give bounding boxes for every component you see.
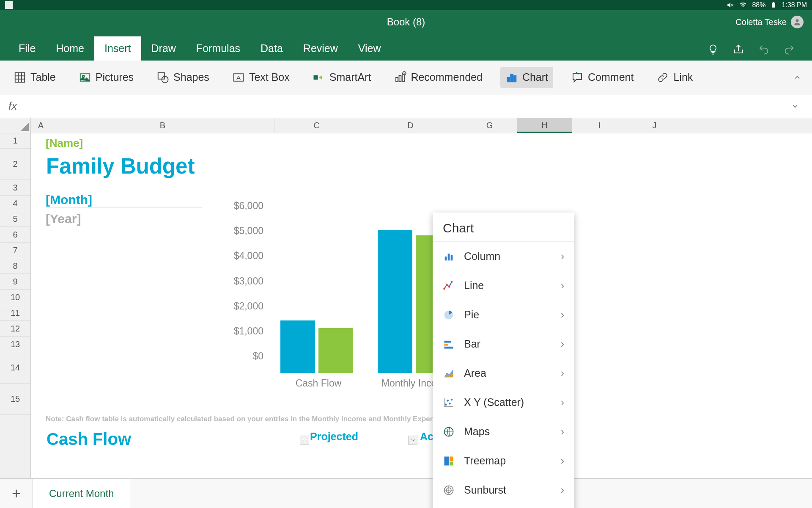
lightbulb-icon[interactable] <box>707 44 719 55</box>
chart-type-treemap[interactable]: Treemap› <box>433 446 574 475</box>
insert-link-button[interactable]: Link <box>651 67 698 88</box>
chart-type-maps[interactable]: Maps› <box>433 417 574 446</box>
tab-home[interactable]: Home <box>46 36 94 61</box>
row-header[interactable]: 1 <box>0 133 30 149</box>
sheet-tabs-bar: + Current Month <box>0 478 812 508</box>
row-header[interactable]: 12 <box>0 321 30 337</box>
column-header[interactable]: J <box>627 118 682 133</box>
row-header[interactable]: 15 <box>0 384 30 415</box>
row-header[interactable]: 6 <box>0 227 30 243</box>
column-header[interactable]: A <box>31 118 51 133</box>
tab-draw[interactable]: Draw <box>141 36 186 61</box>
sheet-tab-current-month[interactable]: Current Month <box>33 479 130 508</box>
row-headers[interactable]: 1 2 3 4 5 6 7 8 9 10 11 12 13 14 15 <box>0 133 31 478</box>
chart-type-column[interactable]: Column› <box>433 242 574 271</box>
column-header[interactable]: H <box>517 118 572 133</box>
insert-shapes-button[interactable]: Shapes <box>151 67 214 88</box>
chart-type-histogram[interactable]: Histogram› <box>433 505 574 508</box>
chart-type-dropdown: Chart Column›Line›Pie›Bar›Area›X Y (Scat… <box>433 213 574 508</box>
cell-area[interactable]: [Name] Family Budget [Month] [Year] Note… <box>31 133 812 478</box>
insert-recommended-button[interactable]: ? Recommended <box>389 67 488 88</box>
tab-file[interactable]: File <box>8 36 46 61</box>
filter-dropdown-icon[interactable] <box>300 436 309 445</box>
cell-year-placeholder[interactable]: [Year] <box>46 212 81 226</box>
user-account[interactable]: Coletta Teske <box>735 16 804 28</box>
chart-type-x-y-scatter-[interactable]: X Y (Scatter)› <box>433 388 574 417</box>
row-header[interactable]: 5 <box>0 211 30 227</box>
chart-y-axis-label: $5,000 <box>221 225 263 237</box>
ribbon-tabs: File Home Insert Draw Formulas Data Revi… <box>0 34 812 61</box>
redo-icon[interactable] <box>783 44 795 55</box>
undo-icon[interactable] <box>758 44 770 55</box>
tab-review[interactable]: Review <box>293 36 348 61</box>
formula-bar[interactable]: fx <box>0 94 812 118</box>
column-headers[interactable]: ABCDGHIJ <box>31 118 812 133</box>
svg-text:A: A <box>236 74 241 81</box>
chart-type-sunburst[interactable]: Sunburst› <box>433 475 574 505</box>
chart-type-bar[interactable]: Bar› <box>433 329 574 359</box>
chevron-right-icon: › <box>561 279 564 292</box>
column-header[interactable]: G <box>462 118 517 133</box>
chart-bar <box>318 328 353 373</box>
svg-rect-3 <box>15 72 25 82</box>
column-header[interactable]: C <box>274 118 359 133</box>
insert-table-button[interactable]: Table <box>8 67 61 88</box>
insert-chart-button[interactable]: Chart <box>500 67 553 88</box>
svg-rect-10 <box>158 72 165 79</box>
row-header[interactable]: 8 <box>0 258 30 274</box>
row-header[interactable]: 13 <box>0 337 30 352</box>
row-header[interactable]: 4 <box>0 196 30 211</box>
filter-dropdown-icon[interactable] <box>408 436 417 445</box>
collapse-ribbon-icon[interactable] <box>793 73 801 82</box>
cell-name-placeholder[interactable]: [Name] <box>46 137 83 150</box>
cell-month-placeholder[interactable]: [Month] <box>46 193 202 207</box>
chart-type-line[interactable]: Line› <box>433 271 574 300</box>
recommended-icon: ? <box>394 71 406 84</box>
cell-note[interactable]: Note: Cash flow table is automatically c… <box>46 415 465 423</box>
row-header[interactable]: 2 <box>0 149 30 180</box>
pie-icon <box>443 309 455 321</box>
select-all-corner[interactable] <box>0 118 31 133</box>
comment-icon <box>571 71 584 84</box>
share-icon[interactable] <box>732 44 744 55</box>
treemap-icon <box>443 455 455 467</box>
svg-point-2 <box>796 19 799 22</box>
row-header[interactable]: 11 <box>0 305 30 321</box>
chart-type-pie[interactable]: Pie› <box>433 300 574 329</box>
document-title: Book (8) <box>387 16 425 28</box>
row-header[interactable]: 7 <box>0 243 30 258</box>
expand-formula-icon[interactable] <box>791 102 799 110</box>
cell-cashflow-header[interactable]: Cash Flow <box>47 430 131 449</box>
tab-insert[interactable]: Insert <box>94 36 141 61</box>
insert-pictures-button[interactable]: Pictures <box>74 67 139 88</box>
chart-bar <box>280 320 315 373</box>
tab-view[interactable]: View <box>348 36 391 61</box>
chevron-right-icon: › <box>561 309 564 321</box>
svg-rect-34 <box>444 343 448 345</box>
insert-smartart-button[interactable]: SmartArt <box>307 67 376 88</box>
svg-rect-45 <box>450 462 453 465</box>
svg-rect-27 <box>451 255 453 260</box>
row-header[interactable]: 14 <box>0 352 30 384</box>
tab-data[interactable]: Data <box>250 36 293 61</box>
app-icon <box>5 1 13 9</box>
column-icon <box>443 251 455 262</box>
insert-comment-button[interactable]: Comment <box>566 67 639 88</box>
column-header[interactable]: I <box>572 118 627 133</box>
tab-formulas[interactable]: Formulas <box>186 36 250 61</box>
battery-percent: 88% <box>752 1 765 9</box>
cell-projected-header[interactable]: Projected <box>310 431 358 443</box>
svg-point-37 <box>447 400 449 402</box>
row-header[interactable]: 3 <box>0 180 30 196</box>
insert-textbox-button[interactable]: A Text Box <box>227 67 295 88</box>
column-header[interactable]: D <box>359 118 462 133</box>
line-icon <box>443 280 455 292</box>
cell-title[interactable]: Family Budget <box>46 154 195 179</box>
row-header[interactable]: 10 <box>0 290 30 305</box>
table-icon <box>14 71 26 84</box>
chart-type-area[interactable]: Area› <box>433 359 574 388</box>
row-header[interactable]: 9 <box>0 274 30 290</box>
column-header[interactable]: B <box>51 118 274 133</box>
add-sheet-button[interactable]: + <box>0 479 33 508</box>
spreadsheet-grid[interactable]: 1 2 3 4 5 6 7 8 9 10 11 12 13 14 15 ABCD… <box>0 118 812 478</box>
